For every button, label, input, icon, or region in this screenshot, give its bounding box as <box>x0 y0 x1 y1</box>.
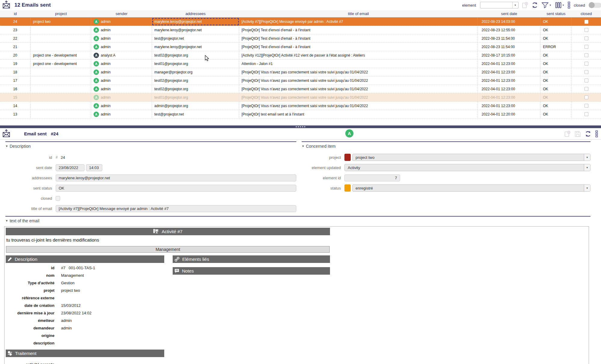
table-header-row: id project sender addressees title of em… <box>0 10 601 17</box>
user-avatar[interactable]: A <box>345 129 353 137</box>
closed-checkbox[interactable] <box>584 53 588 57</box>
column-header-sender[interactable]: sender <box>91 11 152 16</box>
id-hash: # <box>56 155 58 159</box>
field-row: nom Management <box>6 272 164 279</box>
column-header-sent-date[interactable]: sent date <box>478 11 541 16</box>
table-row[interactable]: 23 A admin marylene.leroy@projeqtor.net … <box>0 26 601 34</box>
cell-sender: A admin <box>91 102 152 110</box>
cell-addressees: test02@projeqtor.org <box>152 76 239 85</box>
filter-icon[interactable]: ▼ <box>541 2 552 8</box>
email-sent-icon <box>2 0 10 10</box>
element-id-input[interactable]: 7 <box>344 174 400 181</box>
add-copy-icon[interactable] <box>522 2 528 9</box>
closed-checkbox[interactable] <box>584 87 588 91</box>
title-of-email-input[interactable]: [Activity #7][ProjeQtOr] Message envoyé … <box>56 205 296 212</box>
section-concerned-header[interactable]: ▼ Concerned item <box>302 144 590 149</box>
closed-checkbox[interactable] <box>584 20 588 24</box>
closed-checkbox[interactable] <box>584 70 588 74</box>
cell-project <box>31 76 91 85</box>
closed-checkbox[interactable] <box>584 104 588 108</box>
refresh-icon[interactable] <box>532 2 538 8</box>
closed-checkbox[interactable] <box>584 45 588 49</box>
field-value: admin <box>61 326 72 330</box>
column-header-addressees[interactable]: addressees <box>152 11 239 16</box>
chevron-down-icon[interactable]: ▼ <box>584 154 590 161</box>
field-label: id <box>6 266 54 270</box>
chevron-down-icon[interactable]: ▼ <box>512 2 518 8</box>
email-body: Activité #7 tu trouveras ci-joint les de… <box>4 226 589 364</box>
closed-checkbox[interactable] <box>584 62 588 66</box>
addressees-label: addressees <box>5 176 52 180</box>
column-header-closed[interactable]: closed <box>572 11 601 16</box>
chevron-down-icon[interactable]: ▼ <box>584 164 590 171</box>
cell-addressees: test@projeqtor.net <box>152 34 239 42</box>
columns-icon[interactable]: ▼ <box>555 2 565 8</box>
table-row[interactable]: 24 project two A admin marylene.leroy@pr… <box>0 17 601 26</box>
closed-toggle[interactable] <box>589 3 601 8</box>
section-email-text-header[interactable]: ▼ text of the email <box>5 218 590 223</box>
element-updated-select[interactable]: Activity ▼ <box>344 164 590 171</box>
field-value: 23/08/2022 14:02 <box>61 311 91 315</box>
field-row: référence externe <box>6 294 164 302</box>
chevron-down-icon[interactable]: ▼ <box>584 185 590 191</box>
kebab-icon[interactable] <box>568 2 570 9</box>
table-row[interactable]: 19 project one - developement A admin te… <box>0 60 601 68</box>
save-icon[interactable] <box>575 131 581 138</box>
cell-project <box>31 110 91 118</box>
chevron-down-icon: ▼ <box>562 4 565 7</box>
cell-closed <box>572 85 601 93</box>
status-select[interactable]: enregistré ▼ <box>352 184 590 192</box>
table-row[interactable]: 22 A admin test@projeqtor.net [ProjeQtOr… <box>0 34 601 43</box>
field-label: origine <box>6 333 54 338</box>
column-header-sent-status[interactable]: sent status <box>541 11 572 16</box>
closed-checkbox[interactable] <box>584 95 588 99</box>
column-header-id[interactable]: id <box>0 11 31 16</box>
cell-id: 17 <box>0 76 31 85</box>
linked-elements-bar: Eléments liés <box>173 255 330 263</box>
kebab-icon[interactable] <box>595 130 598 139</box>
table-row[interactable]: 18 A admin manager@projeqtor.org [ProjeQ… <box>0 68 601 76</box>
closed-checkbox[interactable] <box>56 196 60 201</box>
sent-time-input[interactable]: 14:03 <box>86 164 102 171</box>
table-row[interactable]: 16 A admin test02@projeqtor.org [ProjeQt… <box>0 85 601 93</box>
cell-title: [ProjeQtOr] Vous n'avez pas correctement… <box>239 93 478 101</box>
cell-sent-date: 2022-04-01 12:23:00 <box>478 60 541 68</box>
cell-sender-name: admin <box>101 79 111 83</box>
table-row[interactable]: 14 A admin admin@projeqtor.org [ProjeQtO… <box>0 102 601 110</box>
add-copy-icon[interactable] <box>564 131 571 139</box>
closed-checkbox[interactable] <box>584 28 588 32</box>
table-row[interactable]: 15 A admin test01@projeqtor.org [ProjeQt… <box>0 93 601 102</box>
project-select[interactable]: project two ▼ <box>352 154 590 161</box>
table-row[interactable]: 17 A admin test02@projeqtor.org [ProjeQt… <box>0 76 601 85</box>
field-row: émetteur admin <box>6 317 164 324</box>
column-header-title[interactable]: title of email <box>239 11 478 16</box>
closed-checkbox[interactable] <box>584 36 588 40</box>
avatar: A <box>94 44 99 50</box>
field-value: project two <box>61 288 80 293</box>
sent-date-input[interactable]: 23/08/2022 <box>56 164 85 171</box>
addressees-input[interactable]: marylene.leroy@projeqtor.net <box>56 174 296 181</box>
cell-sent-date: 2022-08-23 11:54:00 <box>478 34 541 42</box>
element-filter-combobox[interactable]: ▼ <box>480 2 519 8</box>
list-header: 12 Emails sent element ▼ ▼ <box>0 0 601 10</box>
treatment-fields: activité parente <box>6 361 164 364</box>
cell-project <box>31 102 91 110</box>
table-row[interactable]: 20 project one - developement A analyst … <box>0 51 601 60</box>
column-header-project[interactable]: project <box>31 11 91 16</box>
element-updated-label: element updated <box>302 165 341 170</box>
panel-splitter[interactable] <box>0 125 601 128</box>
cell-sender: A analyst A <box>91 51 152 59</box>
section-description-header[interactable]: ▼ Description <box>5 144 296 149</box>
avatar: A <box>94 53 99 58</box>
sent-status-input[interactable]: OK <box>56 185 296 192</box>
cell-project <box>31 34 91 42</box>
refresh-icon[interactable] <box>585 131 591 138</box>
closed-checkbox[interactable] <box>584 79 588 82</box>
table-row[interactable]: 21 A admin marylene.leroy@projeqtor.net … <box>0 43 601 51</box>
cell-sent-status: OK <box>541 34 572 42</box>
field-value: #7 001-001-TAS-1 <box>61 266 95 270</box>
table-row[interactable]: 13 A admin test@projeqtor.net [ProjeQtOr… <box>0 110 601 119</box>
avatar: A <box>94 78 99 83</box>
closed-checkbox[interactable] <box>584 112 588 116</box>
field-label: émetteur <box>6 318 54 323</box>
